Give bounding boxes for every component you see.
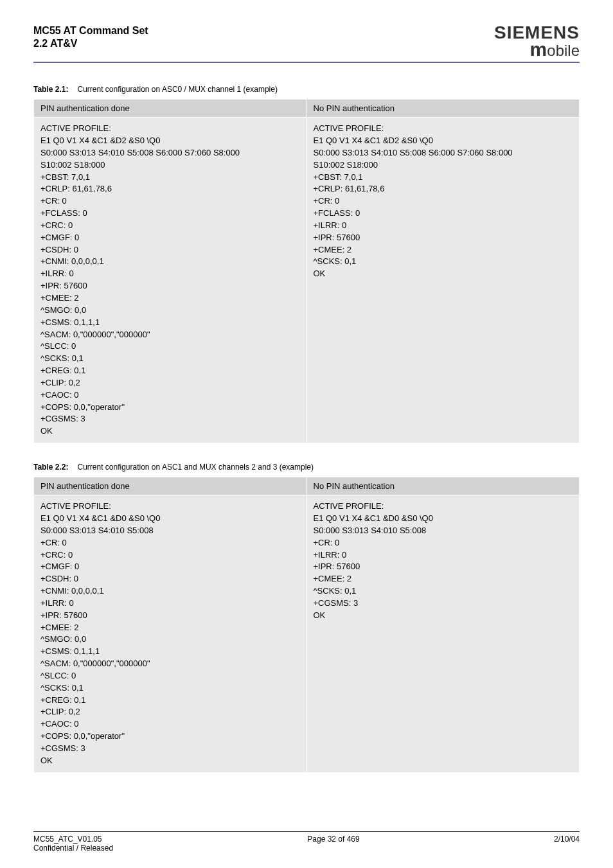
table2-head-right: No PIN authentication bbox=[306, 477, 580, 495]
header-rule bbox=[33, 62, 580, 63]
doc-subtitle: 2.2 AT&V bbox=[33, 37, 148, 50]
table2-cell-left: ACTIVE PROFILE: E1 Q0 V1 X4 &C1 &D0 &S0 … bbox=[34, 495, 307, 773]
table1-cell-right: ACTIVE PROFILE: E1 Q0 V1 X4 &C1 &D2 &S0 … bbox=[306, 118, 580, 443]
table2-label: Table 2.2: bbox=[33, 463, 68, 472]
doc-title: MC55 AT Command Set bbox=[33, 24, 148, 37]
footer-rule bbox=[33, 831, 580, 832]
table1-head-right: No PIN authentication bbox=[306, 100, 580, 118]
page-header: MC55 AT Command Set 2.2 AT&V SIEMENS mob… bbox=[33, 24, 580, 58]
table2-caption-text: Current configuration on ASC1 and MUX ch… bbox=[77, 463, 314, 472]
footer-page-number: Page 32 of 469 bbox=[307, 835, 359, 853]
table1-head-left: PIN authentication done bbox=[34, 100, 307, 118]
footer-doc-id: MC55_ATC_V01.05 bbox=[33, 835, 113, 844]
table1-cell-left: ACTIVE PROFILE: E1 Q0 V1 X4 &C1 &D2 &S0 … bbox=[34, 118, 307, 443]
header-left: MC55 AT Command Set 2.2 AT&V bbox=[33, 24, 148, 50]
brand-mobile: mobile bbox=[494, 40, 580, 58]
table2-cell-right: ACTIVE PROFILE: E1 Q0 V1 X4 &C1 &D0 &S0 … bbox=[306, 495, 580, 773]
table1-label: Table 2.1: bbox=[33, 85, 68, 94]
header-right: SIEMENS mobile bbox=[494, 24, 580, 58]
table2-caption: Table 2.2:Current configuration on ASC1 … bbox=[33, 463, 580, 472]
page-footer: MC55_ATC_V01.05 Confidential / Released … bbox=[33, 831, 580, 853]
footer-left: MC55_ATC_V01.05 Confidential / Released bbox=[33, 835, 113, 853]
table1: PIN authentication done No PIN authentic… bbox=[33, 99, 580, 443]
brand-mobile-m: m bbox=[530, 39, 547, 60]
brand-mobile-rest: obile bbox=[547, 42, 580, 59]
table1-caption: Table 2.1:Current configuration on ASC0 … bbox=[33, 85, 580, 94]
table1-caption-text: Current configuration on ASC0 / MUX chan… bbox=[77, 85, 278, 94]
footer-date: 2/10/04 bbox=[554, 835, 580, 853]
footer-confidential: Confidential / Released bbox=[33, 844, 113, 853]
table2: PIN authentication done No PIN authentic… bbox=[33, 477, 580, 773]
table2-head-left: PIN authentication done bbox=[34, 477, 307, 495]
